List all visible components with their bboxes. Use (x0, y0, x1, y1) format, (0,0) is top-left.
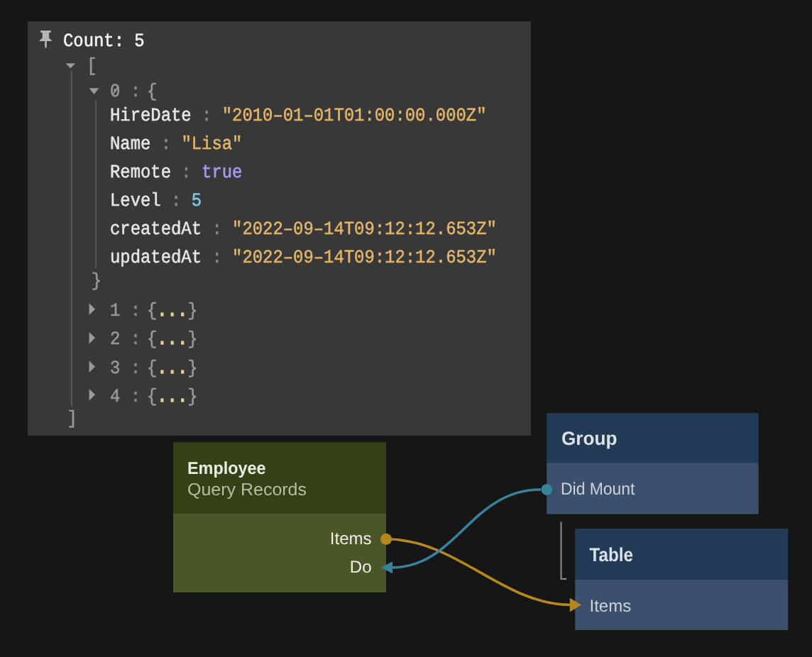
svg-text:updatedAt : "2022–09–14T09:12:: updatedAt : "2022–09–14T09:12:12.653Z" (110, 248, 497, 269)
svg-text:Employee: Employee (187, 459, 266, 478)
svg-text:[: [ (87, 56, 97, 77)
svg-text:Items: Items (590, 597, 632, 616)
svg-text:2 : {...}: 2 : {...} (110, 330, 198, 351)
svg-text:Group: Group (561, 428, 618, 449)
svg-text:Do: Do (350, 558, 372, 577)
svg-text:HireDate : "2010–01–01T01:00:0: HireDate : "2010–01–01T01:00:00.000Z" (110, 106, 486, 127)
svg-text:createdAt : "2022–09–14T09:12:: createdAt : "2022–09–14T09:12:12.653Z" (110, 219, 497, 241)
svg-text:Level : 5: Level : 5 (110, 191, 202, 212)
svg-text:1 : {...}: 1 : {...} (110, 301, 198, 322)
svg-text:Remote : true: Remote : true (110, 162, 242, 184)
svg-text:Name : "Lisa": Name : "Lisa" (110, 134, 242, 155)
svg-text:0 : {: 0 : { (110, 82, 157, 103)
svg-text:Count: 5: Count: 5 (63, 31, 145, 53)
svg-text:4 : {...}: 4 : {...} (110, 387, 198, 408)
svg-text:Query Records: Query Records (187, 480, 307, 499)
svg-text:Items: Items (330, 529, 372, 548)
svg-text:Did Mount: Did Mount (561, 480, 635, 499)
svg-text:3 : {...}: 3 : {...} (110, 358, 198, 380)
svg-text:]: ] (67, 409, 77, 431)
svg-text:}: } (92, 272, 102, 293)
svg-text:Table: Table (590, 544, 634, 565)
